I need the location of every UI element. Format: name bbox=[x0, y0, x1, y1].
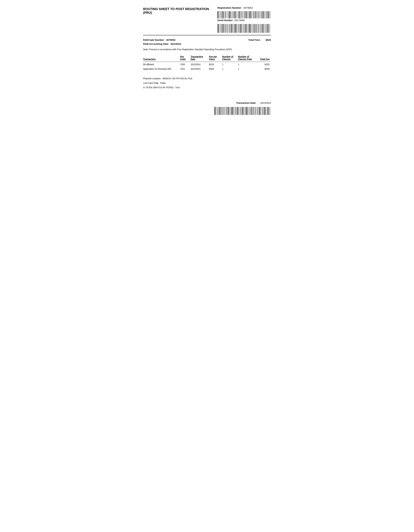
in-ticrs-value: True bbox=[175, 86, 180, 89]
col-header-number-of-classes-paid: Number of Classes Paid bbox=[238, 55, 258, 62]
cell-transaction-date: 20210524 bbox=[191, 66, 209, 71]
physical-location-line: Physical Location: MADCD- NO PHYSICAL FI… bbox=[143, 77, 271, 80]
col-header-transaction: Transaction bbox=[143, 55, 180, 62]
bottom-section: Physical Location: MADCD- NO PHYSICAL FI… bbox=[143, 77, 271, 89]
cell-number-of-classes-paid: 1 bbox=[238, 62, 258, 66]
physical-location-label: Physical Location: bbox=[143, 77, 161, 80]
cell-number-of-classes: 1 bbox=[222, 62, 238, 66]
cell-total-fee: $225 bbox=[258, 62, 271, 66]
footer-section: Transaction Date: 20210524 (function(){ … bbox=[143, 102, 271, 115]
footer-transaction-date-line: Transaction Date: 20210524 bbox=[236, 102, 271, 104]
ram-accounting-line: RAM Accounting Date: 20210524 bbox=[143, 43, 248, 45]
cell-number-of-classes: 1 bbox=[222, 66, 238, 71]
ram-sale-label: RAM Sale Number: bbox=[143, 38, 165, 41]
ram-sale-line: RAM Sale Number: 4079052 bbox=[143, 38, 248, 41]
registration-number-label: Registration Number: bbox=[217, 6, 242, 9]
in-ticrs-label: In TICRS (AM-FLG-IN-TICRS): bbox=[143, 86, 174, 89]
ram-sale-value: 4079052 bbox=[166, 38, 175, 41]
lost-case-label: Lost Case Flag: bbox=[143, 82, 159, 84]
lost-case-value: False bbox=[160, 82, 166, 84]
cell-fee-code: 7201 bbox=[180, 66, 191, 71]
cell-total-fee: $300 bbox=[258, 66, 271, 71]
right-info: Total Fees: $525 bbox=[248, 38, 271, 41]
cell-fee-per-class: $300 bbox=[209, 66, 222, 71]
barcode-1: (function(){ var pattern = [3,1,2,1,1,2,… bbox=[217, 10, 271, 18]
cell-number-of-classes-paid: 1 bbox=[238, 66, 258, 71]
cell-fee-code: 7205 bbox=[180, 62, 191, 66]
serial-number-label: Serial Number: bbox=[217, 19, 233, 22]
total-fees-line: Total Fees: $525 bbox=[248, 38, 271, 41]
serial-number-value: 85173069 bbox=[235, 19, 245, 22]
cell-transaction: §8 affidavit bbox=[143, 62, 180, 66]
barcode-2: (function(){ var pattern2 = [2,1,3,1,1,2… bbox=[217, 23, 271, 33]
cell-fee-per-class: $225 bbox=[209, 62, 222, 66]
registration-number-line: Registration Number: 4079052 bbox=[217, 6, 253, 9]
note-line: Note: Process in accordance with Post Re… bbox=[143, 48, 271, 51]
barcode-3: (function(){ var pattern3 = [2,1,3,1,1,2… bbox=[214, 106, 271, 115]
page-header: ROUTING SHEET TO POST REGISTRATION (PRU)… bbox=[143, 6, 271, 35]
header-title: ROUTING SHEET TO POST REGISTRATION (PRU) bbox=[143, 6, 217, 15]
col-header-transaction-date: Transaction Date bbox=[191, 55, 209, 62]
cell-transaction-date: 20210524 bbox=[191, 62, 209, 66]
col-header-fee-per-class: Fee per Class bbox=[209, 55, 222, 62]
footer-transaction-date-label: Transaction Date: bbox=[236, 102, 256, 104]
in-ticrs-line: In TICRS (AM-FLG-IN-TICRS): True bbox=[143, 86, 271, 89]
total-fees-value: $525 bbox=[266, 38, 271, 41]
footer-transaction-date-value: 20210524 bbox=[260, 102, 271, 104]
serial-number-line: Serial Number: 85173069 bbox=[217, 19, 245, 22]
ram-accounting-value: 20210524 bbox=[170, 43, 181, 45]
total-fees-label: Total Fees: bbox=[248, 38, 261, 41]
transactions-table: Transaction Fee Code Transaction Date Fe… bbox=[143, 55, 271, 71]
cell-transaction: Application for Renewal (§9) bbox=[143, 66, 180, 71]
registration-number-value: 4079052 bbox=[243, 6, 253, 9]
info-section: RAM Sale Number: 4079052 RAM Accounting … bbox=[143, 38, 271, 46]
lost-case-line: Lost Case Flag: False bbox=[143, 82, 271, 84]
physical-location-value: MADCD- NO PHYSICAL FILE bbox=[163, 77, 193, 80]
table-row: Application for Renewal (§9) 7201 202105… bbox=[143, 66, 271, 71]
table-row: §8 affidavit 7205 20210524 $225 1 1 $225 bbox=[143, 62, 271, 66]
left-info: RAM Sale Number: 4079052 RAM Accounting … bbox=[143, 38, 248, 46]
header-right: Registration Number: 4079052 (function()… bbox=[217, 6, 271, 33]
col-header-total-fee: Total Fee bbox=[258, 55, 271, 62]
ram-accounting-label: RAM Accounting Date: bbox=[143, 43, 169, 45]
col-header-fee-code: Fee Code bbox=[180, 55, 191, 62]
col-header-number-of-classes: Number of Classes bbox=[222, 55, 238, 62]
